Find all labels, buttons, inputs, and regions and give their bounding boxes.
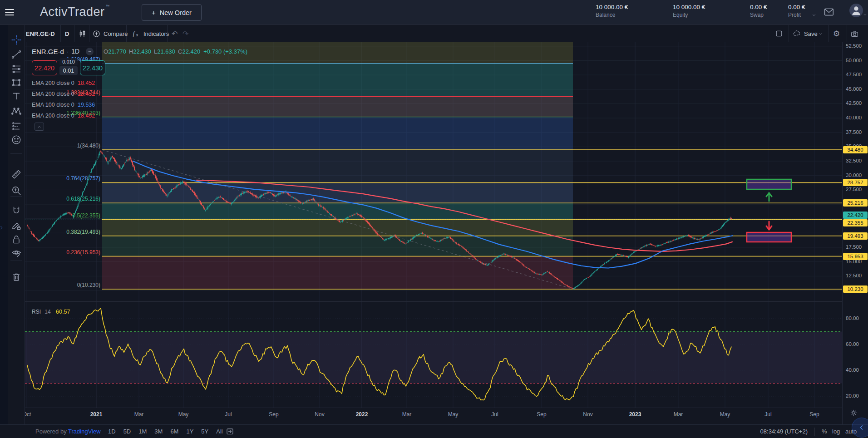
time-label: Nov — [583, 411, 592, 418]
price-tag: 22.355 — [843, 219, 868, 226]
timeframe-1d[interactable]: 1D — [108, 428, 116, 435]
timeframe-5d[interactable]: 5D — [123, 428, 131, 435]
interval-button[interactable]: D — [65, 25, 69, 42]
tool-emoji-icon[interactable] — [11, 134, 22, 146]
tool-hide-drawings-icon[interactable] — [11, 248, 22, 259]
legend-collapse-button[interactable] — [35, 123, 44, 131]
go-to-date-icon[interactable] — [226, 427, 234, 436]
spread-value: 0.01 — [59, 66, 78, 75]
plus-icon: + — [152, 9, 156, 16]
ohlc-value: 21.770 — [108, 48, 126, 55]
price-tick: 12.500 — [846, 273, 862, 278]
indicator-row[interactable]: EMA 200 close 018.452 — [32, 91, 74, 97]
rsi-name[interactable]: RSI — [32, 309, 41, 315]
time-label: Jul — [764, 411, 771, 418]
timeframe-6m[interactable]: 6M — [170, 428, 178, 435]
tool-zoom-in-icon[interactable] — [11, 185, 22, 197]
tool-ruler-icon[interactable] — [11, 169, 22, 180]
undo-icon[interactable]: ↶ — [172, 25, 178, 42]
price-tick: 27.500 — [846, 187, 862, 192]
mail-icon[interactable] — [824, 7, 834, 18]
fib-label: 0.382(19.493) — [66, 229, 100, 235]
ohlc-key: H — [129, 48, 133, 55]
expand-panel-chevron-icon[interactable] — [0, 225, 5, 231]
indicator-row[interactable]: EMA 200 close 018.452 — [32, 113, 74, 119]
toolbar-divider — [829, 25, 829, 42]
rsi-value: 60.57 — [56, 309, 70, 315]
screenshot-camera-icon[interactable] — [850, 25, 859, 42]
price-tag: 10.230 — [843, 285, 868, 293]
new-order-button[interactable]: +New Order — [142, 4, 202, 21]
chart-toolbar: ENR.GE-DDComparefxIndicators↶↷Save⚙ — [25, 25, 868, 42]
rsi-pane[interactable] — [25, 302, 842, 408]
ohlc-values: O21.770H22.430L21.630C22.420+0.730 (+3.3… — [101, 48, 247, 55]
tool-crosshair-icon[interactable] — [11, 34, 22, 46]
timeframe-1y[interactable]: 1Y — [186, 428, 193, 435]
time-axis[interactable]: Oct2021MarMayJulSepNov2022MarMayJulSepNo… — [25, 408, 842, 424]
timeframe-5y[interactable]: 5Y — [201, 428, 208, 435]
tool-trend-line-icon[interactable] — [11, 49, 22, 60]
ohlc-value: 22.420 — [182, 48, 200, 55]
toolbar-divider — [89, 25, 89, 42]
stat-value: 10 000.00 € — [673, 4, 705, 10]
timeframe-3m[interactable]: 3M — [154, 428, 163, 435]
tool-forecast-icon[interactable] — [11, 121, 22, 132]
spread-upper-value: 0.010 — [59, 58, 78, 65]
left-panel-strip — [0, 25, 8, 424]
time-label: 2021 — [90, 411, 103, 418]
timeframe-all[interactable]: All — [216, 428, 222, 435]
time-label: 2023 — [629, 411, 641, 418]
avatar[interactable] — [849, 4, 863, 17]
tool-xabcd-pattern-icon[interactable] — [11, 106, 22, 117]
time-label: Mar — [402, 411, 412, 418]
tool-remove-drawings-icon[interactable] — [11, 271, 22, 283]
tool-fib-retracement-icon[interactable] — [11, 64, 22, 75]
save-button[interactable]: Save — [792, 25, 824, 42]
indicator-row[interactable]: EMA 200 close 018.452 — [32, 80, 74, 86]
tradingview-link[interactable]: TradingView — [68, 428, 101, 435]
profit-chevron-down-icon[interactable] — [811, 12, 817, 18]
settings-gear-icon[interactable]: ⚙ — [833, 25, 840, 42]
layout-checkbox[interactable] — [775, 25, 783, 42]
buy-button[interactable]: 22.430 — [80, 60, 105, 75]
tool-text-icon[interactable] — [11, 91, 22, 102]
account-chevron-down-icon[interactable] — [863, 12, 868, 17]
tool-lock-drawings-icon[interactable] — [11, 234, 22, 246]
tool-magnet-icon[interactable] — [11, 206, 22, 217]
stat-label: Equity — [673, 12, 705, 18]
stat-label: Profit — [788, 12, 805, 18]
brightness-icon[interactable] — [850, 409, 858, 417]
price-chart[interactable] — [25, 42, 842, 302]
divider — [218, 428, 218, 436]
toolbar-divider — [789, 25, 789, 42]
collapse-symbol-icon[interactable] — [86, 48, 94, 55]
collapse-sidebar-button[interactable] — [852, 418, 868, 438]
sell-button[interactable]: 22.420 — [32, 60, 57, 75]
ohlc-key: O — [104, 48, 108, 55]
compare-button[interactable]: Compare — [92, 25, 128, 42]
indicator-row[interactable]: EMA 100 close 019.536 — [32, 102, 74, 108]
pane-separator[interactable] — [25, 301, 868, 302]
fib-label: 0(10.230) — [77, 282, 100, 288]
rsi-tick: 40.00 — [846, 367, 859, 373]
tool-draw-mode-icon[interactable] — [11, 221, 22, 232]
menu-icon[interactable] — [5, 7, 15, 17]
chart-style-icon[interactable] — [78, 25, 87, 42]
rsi-tick: 80.00 — [846, 315, 859, 321]
time-label: May — [178, 411, 189, 418]
powered-by: Powered by TradingView — [35, 428, 101, 435]
indicators-button[interactable]: fxIndicators — [132, 25, 169, 42]
legend-interval[interactable]: 1D — [71, 48, 79, 55]
time-label: Sep — [809, 411, 819, 418]
timeframe-1m[interactable]: 1M — [138, 428, 147, 435]
symbol-button[interactable]: ENR.GE-D — [26, 25, 55, 42]
stat-label: Swap — [750, 12, 767, 18]
price-axis[interactable]: 52.50050.00047.50045.00042.50040.00037.5… — [842, 42, 868, 424]
legend-symbol[interactable]: ENR.GE-d — [32, 48, 64, 55]
log-scale-button[interactable]: log — [832, 428, 840, 435]
tool-shapes-icon[interactable] — [11, 77, 22, 89]
price-tag: 34.480 — [843, 146, 868, 153]
price-tick: 32.500 — [846, 158, 862, 163]
redo-icon[interactable]: ↷ — [182, 25, 188, 42]
percent-scale-button[interactable]: % — [822, 428, 827, 435]
